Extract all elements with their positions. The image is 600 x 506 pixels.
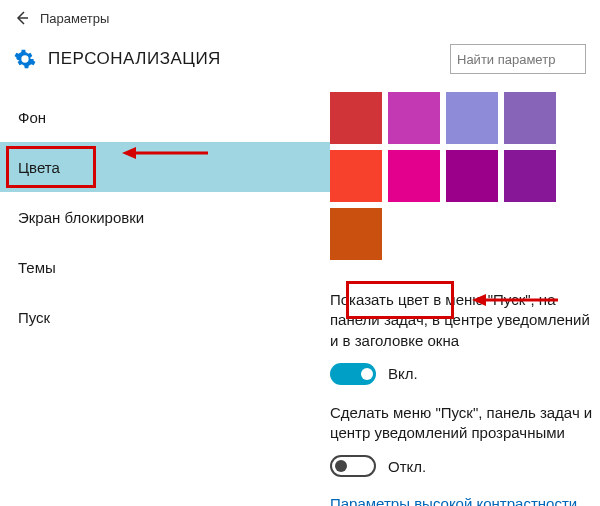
arrow-left-icon: [14, 10, 30, 26]
color-swatch[interactable]: [504, 92, 556, 144]
color-swatch[interactable]: [330, 92, 382, 144]
toggle-show-color[interactable]: [330, 363, 376, 385]
content: Фон Цвета Экран блокировки Темы Пуск: [0, 92, 600, 506]
toggle-knob: [361, 368, 373, 380]
setting-label: Сделать меню "Пуск", панель задач и цент…: [330, 403, 600, 444]
sidebar-item-label: Цвета: [18, 159, 60, 176]
toggle-row: Вкл.: [330, 363, 600, 385]
toggle-row: Откл.: [330, 455, 600, 477]
sidebar-item-label: Фон: [18, 109, 46, 126]
sidebar-item-label: Пуск: [18, 309, 50, 326]
color-swatch[interactable]: [504, 150, 556, 202]
search-input[interactable]: Найти параметр: [450, 44, 586, 74]
setting-show-color: Показать цвет в меню "Пуск", на панели з…: [330, 290, 600, 385]
search-placeholder: Найти параметр: [457, 52, 555, 67]
header: ПЕРСОНАЛИЗАЦИЯ Найти параметр: [0, 36, 600, 92]
color-swatch[interactable]: [388, 92, 440, 144]
color-swatch-grid: [330, 92, 590, 202]
setting-label: Показать цвет в меню "Пуск", на панели з…: [330, 290, 600, 351]
color-swatch[interactable]: [446, 92, 498, 144]
sidebar-item-lockscreen[interactable]: Экран блокировки: [0, 192, 330, 242]
color-swatch[interactable]: [388, 150, 440, 202]
sidebar-item-label: Экран блокировки: [18, 209, 144, 226]
main-panel: Показать цвет в меню "Пуск", на панели з…: [330, 92, 600, 506]
gear-icon: [14, 48, 36, 70]
toggle-transparency[interactable]: [330, 455, 376, 477]
high-contrast-link[interactable]: Параметры высокой контрастности: [330, 495, 600, 506]
sidebar-item-background[interactable]: Фон: [0, 92, 330, 142]
setting-transparency: Сделать меню "Пуск", панель задач и цент…: [330, 403, 600, 478]
color-swatch[interactable]: [330, 208, 382, 260]
sidebar-item-start[interactable]: Пуск: [0, 292, 330, 342]
back-button[interactable]: [8, 4, 36, 32]
header-left: ПЕРСОНАЛИЗАЦИЯ: [14, 48, 221, 70]
page-title: ПЕРСОНАЛИЗАЦИЯ: [48, 49, 221, 69]
sidebar-item-themes[interactable]: Темы: [0, 242, 330, 292]
toggle-state-label: Вкл.: [388, 365, 418, 382]
color-swatch-row-last: [330, 208, 600, 260]
sidebar-item-label: Темы: [18, 259, 56, 276]
title-bar: Параметры: [0, 0, 600, 36]
sidebar: Фон Цвета Экран блокировки Темы Пуск: [0, 92, 330, 506]
color-swatch[interactable]: [446, 150, 498, 202]
toggle-knob: [335, 460, 347, 472]
window-title: Параметры: [40, 11, 109, 26]
sidebar-item-colors[interactable]: Цвета: [0, 142, 330, 192]
color-swatch[interactable]: [330, 150, 382, 202]
toggle-state-label: Откл.: [388, 458, 426, 475]
